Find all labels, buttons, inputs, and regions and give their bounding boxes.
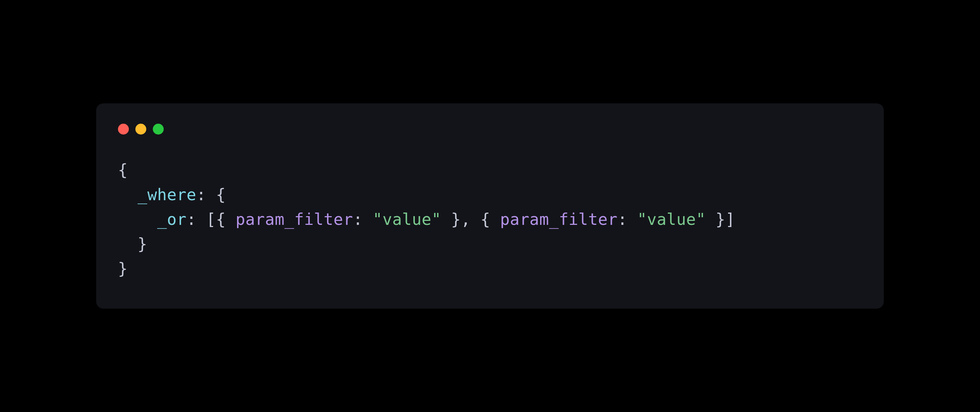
indent bbox=[118, 185, 138, 204]
brace-open: { bbox=[216, 185, 226, 204]
minimize-icon[interactable] bbox=[135, 124, 146, 135]
code-window: { _where: { _or: [{ param_filter: "value… bbox=[96, 103, 884, 309]
bracket-open: [ bbox=[206, 210, 216, 228]
window-controls bbox=[118, 124, 862, 135]
brace-close: } bbox=[441, 210, 461, 228]
brace-close: } bbox=[706, 210, 725, 228]
brace-close: } bbox=[118, 259, 128, 278]
close-icon[interactable] bbox=[118, 124, 129, 135]
code-key: _where bbox=[138, 185, 196, 204]
colon: : bbox=[186, 210, 206, 228]
brace-open: { bbox=[118, 161, 128, 179]
brace-open: { bbox=[216, 210, 235, 228]
code-block[interactable]: { _where: { _or: [{ param_filter: "value… bbox=[118, 158, 862, 281]
comma: , bbox=[461, 210, 480, 228]
bracket-close: ] bbox=[725, 210, 735, 228]
code-string: "value" bbox=[373, 210, 441, 228]
colon: : bbox=[353, 210, 373, 228]
maximize-icon[interactable] bbox=[153, 124, 164, 135]
brace-close: } bbox=[138, 235, 147, 253]
indent bbox=[118, 235, 138, 253]
code-property: param_filter bbox=[500, 210, 618, 228]
brace-open: { bbox=[480, 210, 500, 228]
colon: : bbox=[196, 185, 216, 204]
code-key: _or bbox=[157, 210, 186, 228]
colon: : bbox=[618, 210, 637, 228]
indent bbox=[118, 210, 157, 228]
code-string: "value" bbox=[637, 210, 706, 228]
code-property: param_filter bbox=[235, 210, 353, 228]
